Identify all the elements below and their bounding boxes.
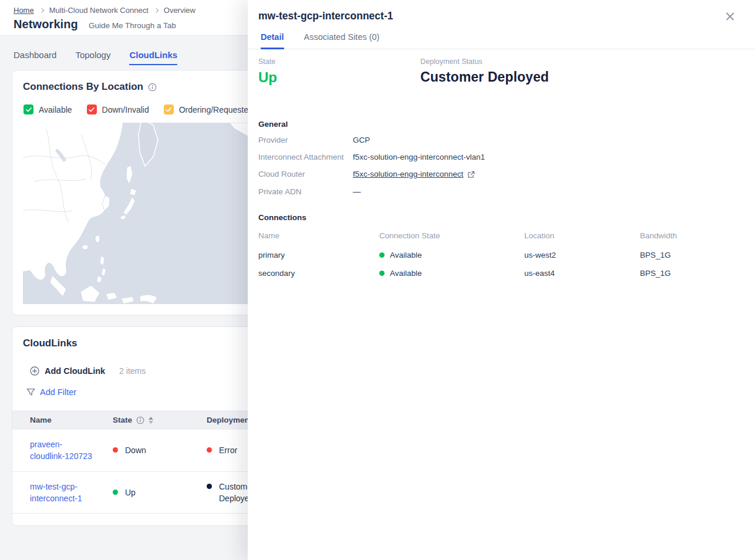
page-title: Networking <box>14 18 78 31</box>
field-provider: Provider GCP <box>258 135 744 146</box>
state-value: Up <box>258 69 420 86</box>
close-icon[interactable] <box>726 12 735 21</box>
add-cloudlink-button[interactable]: Add CloudLink <box>30 366 105 376</box>
status-dot-navy <box>207 484 212 489</box>
chevron-right-icon <box>39 8 43 12</box>
state-value: Up <box>125 487 136 498</box>
cloud-router-link-label: f5xc-solution-engg-interconnect <box>353 169 463 180</box>
conn-header-state: Connection State <box>379 230 524 246</box>
field-label: Cloud Router <box>258 169 353 180</box>
tab-dashboard[interactable]: Dashboard <box>14 50 56 65</box>
connections-section-title: Connections <box>258 213 744 222</box>
chevron-right-icon <box>154 8 159 12</box>
connection-location: us-east4 <box>524 264 640 282</box>
conn-header-name: Name <box>258 230 379 246</box>
panel-title: mw-test-gcp-interconnect-1 <box>258 10 393 22</box>
connection-bandwidth: BPS_1G <box>640 246 744 264</box>
field-label: Provider <box>258 135 353 146</box>
connection-state: Available <box>390 251 422 259</box>
connection-name: primary <box>258 246 379 264</box>
breadcrumb-home-link[interactable]: Home <box>14 6 34 15</box>
cloudlink-name-link[interactable]: praveen-cloudlink-120723 <box>30 438 97 463</box>
status-dot-red <box>207 447 212 453</box>
external-link-icon <box>467 171 475 178</box>
checkbox-ordering[interactable] <box>164 104 174 114</box>
status-dot-green <box>113 490 118 495</box>
deployment-value: Error <box>219 444 237 456</box>
field-value: f5xc-solution-engg-interconnect-vlan1 <box>353 152 485 163</box>
sort-icon[interactable] <box>149 417 153 424</box>
cloud-router-link[interactable]: f5xc-solution-engg-interconnect <box>353 169 475 180</box>
panel-tabs: Detail Associated Sites (0) <box>248 22 755 49</box>
legend-item-down-invalid: Down/Invalid <box>87 104 149 114</box>
connection-bandwidth: BPS_1G <box>640 264 744 282</box>
status-dot-green <box>379 271 385 276</box>
tab-cloudlinks[interactable]: CloudLinks <box>129 50 177 65</box>
panel-tab-associated-sites[interactable]: Associated Sites (0) <box>304 32 380 49</box>
tab-topology[interactable]: Topology <box>75 50 110 65</box>
column-header-state: State <box>113 410 207 430</box>
field-value: GCP <box>353 135 370 146</box>
info-icon[interactable] <box>136 416 144 424</box>
info-icon[interactable] <box>148 83 157 92</box>
connections-section: Connections Name Connection State Locati… <box>258 213 744 282</box>
state-label: State <box>258 58 420 66</box>
status-dot-green <box>379 252 385 258</box>
deployment-status-label: Deployment Status <box>420 58 549 66</box>
connection-state: Available <box>390 269 422 278</box>
connections-table: Name Connection State Location Bandwidth… <box>258 230 744 282</box>
connections-header-row: Name Connection State Location Bandwidth <box>258 230 744 246</box>
conn-header-bandwidth: Bandwidth <box>640 230 744 246</box>
add-filter-label: Add Filter <box>40 387 76 397</box>
checkbox-available[interactable] <box>23 104 33 114</box>
field-cloud-router: Cloud Router f5xc-solution-engg-intercon… <box>258 169 744 180</box>
conn-header-location: Location <box>524 230 640 246</box>
plus-circle-icon <box>30 366 39 376</box>
legend-label: Down/Invalid <box>102 105 149 114</box>
field-label: Private ADN <box>258 187 353 197</box>
connections-card-title: Connections By Location <box>23 81 143 93</box>
cloudlink-name-link[interactable]: mw-test-gcp-interconnect-1 <box>30 481 97 505</box>
field-interconnect-attachment: Interconnect Attachment f5xc-solution-en… <box>258 152 744 163</box>
general-section: General Provider GCP Interconnect Attach… <box>258 120 744 197</box>
items-count: 2 items <box>119 366 146 376</box>
state-header-label: State <box>113 416 132 424</box>
status-dot-red <box>113 447 118 453</box>
checkbox-down-invalid[interactable] <box>87 104 97 114</box>
legend-label: Available <box>39 105 72 114</box>
general-section-title: General <box>258 120 744 129</box>
state-value: Down <box>125 444 146 456</box>
connection-name: secondary <box>258 264 379 282</box>
funnel-icon <box>26 388 35 397</box>
add-cloudlink-label: Add CloudLink <box>45 366 105 376</box>
legend-item-available: Available <box>23 104 72 114</box>
guide-me-link[interactable]: Guide Me Through a Tab <box>89 21 176 30</box>
breadcrumb-item[interactable]: Overview <box>164 6 196 15</box>
cloudlink-detail-panel: mw-test-gcp-interconnect-1 Detail Associ… <box>248 0 755 560</box>
breadcrumb-item[interactable]: Multi-Cloud Network Connect <box>49 6 149 15</box>
connection-location: us-west2 <box>524 246 640 264</box>
field-value: — <box>353 187 361 197</box>
column-header-name: Name <box>12 410 113 430</box>
connection-row: secondary Available us-east4 BPS_1G <box>258 264 744 282</box>
deployment-status-value: Customer Deployed <box>420 69 549 85</box>
field-label: Interconnect Attachment <box>258 152 353 163</box>
field-private-adn: Private ADN — <box>258 187 744 197</box>
connection-row: primary Available us-west2 BPS_1G <box>258 246 744 264</box>
panel-tab-detail[interactable]: Detail <box>261 32 284 49</box>
